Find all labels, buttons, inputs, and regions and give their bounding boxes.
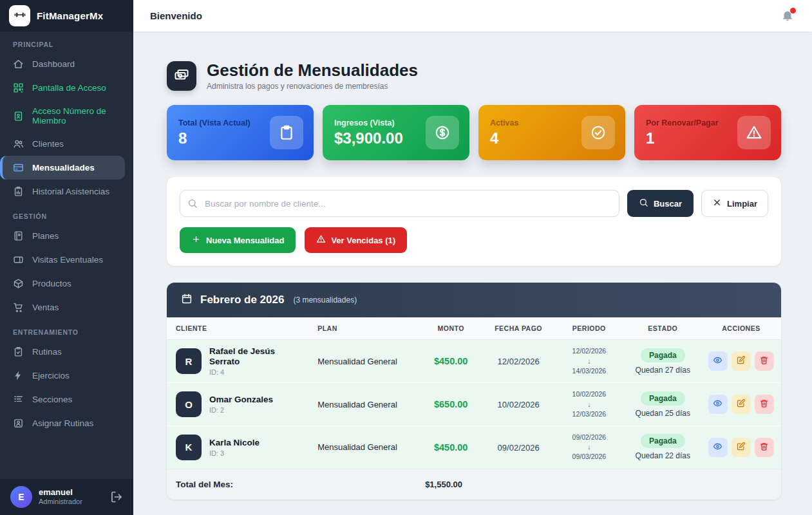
sidebar-item-ejercicios[interactable]: Ejercicios	[0, 364, 133, 388]
delete-button[interactable]	[755, 438, 774, 457]
client-name: Omar Gonzales	[209, 395, 273, 405]
trash-icon	[759, 442, 769, 453]
notification-dot	[790, 8, 796, 14]
user-card-icon	[13, 418, 24, 429]
table-row: K Karla Nicole ID: 3 Mensualidad General…	[167, 426, 781, 469]
qr-icon	[13, 82, 24, 93]
plan-cell: Mensualidad General	[311, 340, 419, 383]
nav-section-label: ENTRENAMIENTO	[0, 319, 133, 340]
app-name: FitManagerMx	[37, 10, 103, 21]
user-role: Administrador	[39, 498, 82, 507]
logout-icon[interactable]	[110, 491, 123, 503]
days-left: Quedan 25 días	[631, 409, 695, 418]
sidebar-nav: PRINCIPAL Dashboard Pantalla de Acceso A…	[0, 32, 133, 479]
search-button[interactable]: Buscar	[627, 190, 694, 217]
delete-button[interactable]	[755, 395, 774, 414]
client-id: ID: 3	[209, 449, 260, 457]
trash-icon	[759, 398, 769, 410]
sidebar-item-historial-asistencias[interactable]: Historial Asistencias	[0, 180, 133, 203]
search-card: Buscar Limpiar Nueva Mensualidad Ver Ven…	[167, 177, 781, 266]
sidebar-item-pantalla-de-acceso[interactable]: Pantalla de Acceso	[0, 76, 133, 100]
table-row: R Rafael de Jesús Serrato ID: 4 Mensuali…	[167, 340, 781, 383]
search-icon	[187, 198, 198, 209]
sidebar-item-dashboard[interactable]: Dashboard	[0, 52, 133, 76]
total-value: $1,550.00	[419, 469, 483, 500]
sidebar-item-secciones[interactable]: Secciones	[0, 388, 133, 411]
sidebar-item-asignar-rutinas[interactable]: Asignar Rutinas	[0, 411, 133, 435]
period: 09/02/2026↓09/03/2026	[560, 433, 618, 462]
topbar: Bienvenido	[133, 0, 812, 32]
list-icon	[13, 394, 24, 405]
column-header-plan: PLAN	[311, 317, 419, 340]
sidebar-item-mensualidades[interactable]: Mensualidades	[0, 156, 125, 180]
sidebar-item-visitas-eventuales[interactable]: Visitas Eventuales	[0, 248, 133, 272]
table-row: O Omar Gonzales ID: 2 Mensualidad Genera…	[167, 383, 781, 426]
main-area: Bienvenido Gestión de Mensualidades Admi…	[133, 0, 812, 515]
sidebar-item-rutinas[interactable]: Rutinas	[0, 340, 133, 364]
view-button[interactable]	[708, 351, 728, 371]
pay-date: 12/02/2026	[498, 357, 540, 366]
sidebar-item-ventas[interactable]: Ventas	[0, 295, 133, 319]
table-header-row: CLIENTEPLANMONTOFECHA PAGOPERIODOESTADOA…	[167, 317, 781, 340]
page-subtitle: Administra los pagos y renovaciones de m…	[207, 82, 418, 91]
edit-icon	[736, 398, 746, 410]
nav-section-label: GESTIÓN	[0, 203, 133, 224]
column-header-fecha-pago: FECHA PAGO	[483, 317, 554, 340]
amount: $650.00	[434, 399, 467, 409]
client-avatar: K	[176, 435, 202, 460]
edit-button[interactable]	[732, 438, 751, 457]
edit-button[interactable]	[732, 351, 751, 371]
edit-icon	[736, 442, 746, 453]
clipboard-icon	[270, 116, 303, 149]
clear-button[interactable]: Limpiar	[701, 190, 768, 217]
sidebar-item-acceso-numero-de-miembro[interactable]: Acceso Número de Miembro	[0, 100, 133, 132]
days-left: Quedan 27 días	[631, 366, 695, 375]
stat-value: 1	[646, 130, 719, 147]
month-card-header: Febrero de 2026 (3 mensualidades)	[167, 283, 781, 317]
search-input[interactable]	[180, 190, 619, 217]
stat-label: Ingresos (Vista)	[334, 118, 403, 127]
payments-table: CLIENTEPLANMONTOFECHA PAGOPERIODOESTADOA…	[167, 317, 781, 500]
client-id: ID: 4	[209, 368, 305, 376]
client-id: ID: 2	[209, 406, 273, 414]
edit-button[interactable]	[732, 395, 751, 414]
users-icon	[13, 138, 24, 149]
view-button[interactable]	[708, 395, 728, 414]
view-button[interactable]	[708, 438, 728, 457]
notifications-button[interactable]	[781, 9, 795, 23]
sidebar-item-clientes[interactable]: Clientes	[0, 132, 133, 156]
topbar-title: Bienvenido	[150, 10, 202, 21]
sidebar-item-productos[interactable]: Productos	[0, 272, 133, 295]
trash-icon	[759, 355, 769, 367]
nav-section-label: PRINCIPAL	[0, 32, 133, 52]
table-body: R Rafael de Jesús Serrato ID: 4 Mensuali…	[167, 340, 781, 469]
month-card: Febrero de 2026 (3 mensualidades) CLIENT…	[167, 283, 781, 500]
column-header-periodo: PERIODO	[554, 317, 625, 340]
column-header-estado: ESTADO	[625, 317, 701, 340]
home-icon	[13, 59, 24, 70]
page-content: Gestión de Mensualidades Administra los …	[133, 32, 812, 515]
stat-value: 4	[490, 130, 518, 147]
plus-icon	[191, 234, 201, 246]
pay-date: 10/02/2026	[498, 400, 540, 409]
warning-triangle-icon	[316, 234, 326, 246]
column-header-cliente: CLIENTE	[167, 317, 311, 340]
cart-icon	[13, 302, 24, 313]
new-monthly-button[interactable]: Nueva Mensualidad	[180, 227, 296, 253]
month-count: (3 mensualidades)	[293, 295, 357, 304]
total-label: Total del Mes:	[167, 469, 419, 500]
sidebar-user-panel: E emanuel Administrador	[0, 479, 133, 515]
days-left: Quedan 22 días	[631, 451, 695, 460]
page-header-icon	[167, 61, 196, 91]
stat-label: Total (Vista Actual)	[178, 118, 250, 127]
warning-triangle-icon	[737, 116, 771, 149]
page-header: Gestión de Mensualidades Administra los …	[167, 61, 781, 91]
delete-button[interactable]	[755, 351, 774, 371]
view-overdue-button[interactable]: Ver Vencidas (1)	[305, 227, 407, 253]
column-header-acciones: ACCIONES	[701, 317, 781, 340]
amount: $450.00	[434, 442, 467, 453]
amount: $450.00	[434, 356, 467, 366]
stat-card-total-vista-actual: Total (Vista Actual) 8	[167, 105, 314, 160]
pay-date: 09/02/2026	[498, 443, 540, 453]
sidebar-item-planes[interactable]: Planes	[0, 224, 133, 248]
